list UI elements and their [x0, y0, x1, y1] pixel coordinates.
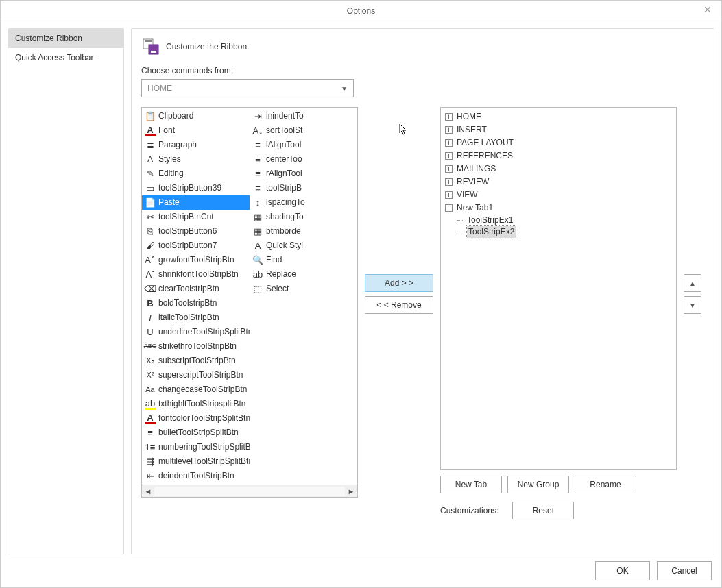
command-item[interactable]: ≡toolStripB	[250, 181, 357, 195]
command-item[interactable]: IitalicToolStripBtn	[142, 310, 250, 325]
sidebar-item-customize-ribbon[interactable]: Customize Ribbon	[8, 29, 123, 48]
tree-node[interactable]: +PAGE LAYOUT	[444, 136, 673, 149]
command-item[interactable]: abtxthighltToolStripsplitBtn	[142, 397, 250, 411]
command-item[interactable]: ⇥inindentTo	[250, 109, 357, 123]
command-item[interactable]: AachangecaseToolStripBtn	[142, 382, 250, 397]
command-item[interactable]: AˇshrinkfontToolStripBtn	[142, 267, 250, 282]
deindent-icon: ⇤	[145, 471, 156, 482]
tree-node-label: MAILINGS	[457, 163, 496, 175]
command-item[interactable]: 🖌toolStripButton7	[142, 238, 250, 253]
tree-node[interactable]: +VIEW	[444, 188, 673, 201]
command-item[interactable]: A↓sortToolSt	[250, 123, 357, 138]
command-item[interactable]: X²superscriptToolStripBtn	[142, 368, 250, 382]
svg-rect-3	[151, 51, 156, 53]
shrinkfont-icon: Aˇ	[145, 269, 156, 280]
command-item[interactable]: ▭toolStripButton39	[142, 181, 250, 195]
move-up-button[interactable]: ▲	[684, 274, 701, 292]
command-item[interactable]: ⇶multilevelToolStripSplitBtn	[142, 454, 250, 469]
command-item[interactable]: ≡centerToo	[250, 152, 357, 167]
command-item[interactable]: BboldToolstripBtn	[142, 296, 250, 310]
command-item[interactable]: ABCstrikethroToolStripBtn	[142, 339, 250, 354]
tree-node[interactable]: −New Tab1	[444, 201, 673, 215]
scroll-right-arrow[interactable]: ►	[345, 487, 357, 495]
commands-source-dropdown[interactable]: HOME ▼	[141, 79, 354, 97]
highlight-icon: ab	[145, 399, 156, 410]
command-label: Clipboard	[158, 110, 193, 122]
multilevel-icon: ⇶	[145, 456, 156, 467]
expand-icon[interactable]: +	[445, 126, 453, 134]
command-label: multilevelToolStripSplitBtn	[158, 456, 250, 467]
command-item[interactable]: AfontcolorToolStripSplitBtn	[142, 411, 250, 426]
command-label: strikethroToolStripBtn	[158, 341, 237, 352]
reset-button[interactable]: Reset	[512, 502, 574, 519]
command-label: toolStripButton7	[158, 240, 217, 252]
commands-horizontal-scrollbar[interactable]: ◄ ►	[142, 485, 357, 497]
tree-node[interactable]: +REFERENCES	[444, 149, 673, 162]
tree-child-node[interactable]: ToolStripEx2	[444, 226, 673, 238]
command-label: lspacingTo	[266, 197, 305, 208]
command-item[interactable]: A˄growfontToolStripBtn	[142, 253, 250, 267]
tree-node[interactable]: +REVIEW	[444, 175, 673, 188]
fontcolor-icon: A	[145, 413, 156, 424]
ok-button[interactable]: OK	[595, 561, 650, 580]
command-label: subscriptToolStripBtn	[158, 355, 236, 367]
command-item[interactable]: ≡lAlignTool	[250, 138, 357, 152]
tree-child-node[interactable]: ToolStripEx1	[444, 215, 673, 226]
command-item[interactable]: AQuick Styl	[250, 238, 357, 253]
expand-icon[interactable]: +	[445, 139, 453, 147]
close-icon[interactable]: ✕	[701, 4, 714, 15]
svg-rect-1	[145, 40, 152, 42]
command-item[interactable]: ⌫clearToolstripBtn	[142, 282, 250, 296]
command-label: numberingToolStripSplitBtn	[158, 441, 250, 453]
command-item[interactable]: ≡bulletToolStripSplitBtn	[142, 426, 250, 440]
tree-node[interactable]: +INSERT	[444, 123, 673, 136]
command-label: Font	[158, 125, 175, 136]
cancel-button[interactable]: Cancel	[657, 561, 712, 580]
expand-icon[interactable]: +	[445, 178, 453, 186]
bullet-icon: ≡	[145, 428, 156, 439]
expand-icon[interactable]: +	[445, 152, 453, 160]
command-item[interactable]: ✂toolStripBtnCut	[142, 210, 250, 224]
new-tab-button[interactable]: New Tab	[440, 476, 502, 493]
sidebar-item-label: Quick Access Toolbar	[15, 53, 94, 62]
command-item[interactable]: ⎘toolStripButton6	[142, 224, 250, 238]
add-button[interactable]: Add > >	[365, 274, 433, 292]
command-item[interactable]: ⇤deindentToolStripBtn	[142, 469, 250, 483]
tree-child-label: ToolStripEx1	[467, 215, 513, 226]
command-item[interactable]: 1≡numberingToolStripSplitBtn	[142, 440, 250, 454]
remove-button[interactable]: < < Remove	[365, 296, 433, 314]
command-item[interactable]: AStyles	[142, 152, 250, 167]
command-item[interactable]: ⬚Select	[250, 282, 357, 296]
scroll-track[interactable]	[154, 487, 345, 496]
border-icon: ▦	[252, 226, 263, 237]
scroll-left-arrow[interactable]: ◄	[142, 487, 154, 495]
command-item[interactable]: ▦shadingTo	[250, 210, 357, 224]
move-down-button[interactable]: ▼	[684, 296, 701, 314]
transfer-buttons: Add > > < < Remove	[365, 107, 433, 546]
command-label: Paragraph	[158, 139, 197, 151]
new-group-button[interactable]: New Group	[507, 476, 569, 493]
expand-icon[interactable]: +	[445, 165, 453, 173]
command-item[interactable]: abReplace	[250, 267, 357, 282]
command-item[interactable]: X₂subscriptToolStripBtn	[142, 354, 250, 368]
collapse-icon[interactable]: −	[445, 204, 453, 212]
command-item[interactable]: 📋Clipboard	[142, 109, 250, 123]
tree-node[interactable]: +MAILINGS	[444, 162, 673, 175]
tree-node[interactable]: +HOME	[444, 110, 673, 123]
clear-icon: ⌫	[145, 284, 156, 295]
command-item[interactable]: 📄Paste	[142, 195, 250, 210]
command-item[interactable]: ≣Paragraph	[142, 138, 250, 152]
cut-icon: ✂	[145, 212, 156, 223]
sidebar-item-quick-access-toolbar[interactable]: Quick Access Toolbar	[8, 48, 123, 67]
command-item[interactable]: UunderlineToolStripSplitBtn	[142, 325, 250, 339]
expand-icon[interactable]: +	[445, 113, 453, 121]
command-item[interactable]: AFont	[142, 123, 250, 138]
command-item[interactable]: ≡rAlignTool	[250, 167, 357, 181]
command-item[interactable]: 🔍Find	[250, 253, 357, 267]
expand-icon[interactable]: +	[445, 191, 453, 199]
rename-button[interactable]: Rename	[575, 476, 636, 493]
command-item[interactable]: ↕lspacingTo	[250, 195, 357, 210]
command-item[interactable]: ✎Editing	[142, 167, 250, 181]
command-label: rAlignTool	[266, 168, 302, 180]
command-item[interactable]: ▦btmborde	[250, 224, 357, 238]
